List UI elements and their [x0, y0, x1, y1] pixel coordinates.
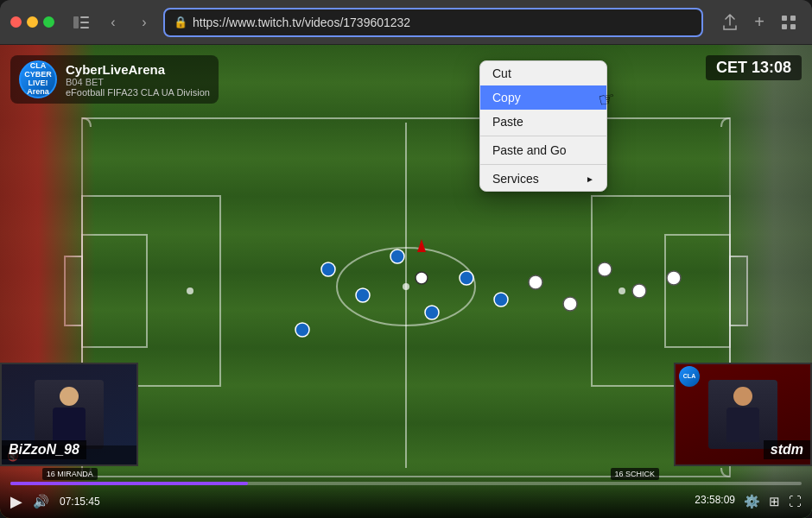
address-bar[interactable]: 🔒 https://www.twitch.tv/videos/173960123…: [163, 8, 703, 37]
services-label: Services: [492, 172, 539, 186]
marker-right: 16 SCHICK: [611, 468, 660, 480]
svg-rect-0: [73, 16, 79, 28]
progress-fill: [10, 482, 248, 485]
svg-rect-3: [80, 27, 89, 28]
svg-point-27: [529, 275, 542, 289]
svg-point-26: [295, 323, 309, 337]
svg-point-20: [321, 262, 335, 276]
video-area[interactable]: CLACYBERLIVE!Arena CyberLiveArena B04 BE…: [0, 45, 812, 518]
svg-point-22: [390, 250, 404, 263]
forward-button[interactable]: ›: [132, 10, 156, 35]
paste-and-go-label: Paste and Go: [492, 143, 567, 157]
svg-point-29: [598, 262, 612, 276]
controls-right: 23:58:09 ⚙️ ⊞ ⛶: [695, 494, 802, 509]
svg-point-24: [460, 271, 473, 285]
svg-marker-33: [417, 239, 426, 252]
menu-separator: [480, 136, 606, 136]
settings-button[interactable]: ⚙️: [744, 494, 760, 509]
svg-point-32: [416, 272, 428, 284]
play-button[interactable]: ▶: [10, 492, 22, 511]
close-button[interactable]: [10, 16, 22, 28]
services-arrow-icon: ►: [586, 174, 594, 184]
menu-item-copy[interactable]: Copy: [480, 85, 606, 110]
minimize-button[interactable]: [27, 16, 38, 28]
channel-game: eFootball FIFA23 CLA UA Division: [66, 87, 210, 98]
svg-rect-5: [790, 16, 796, 21]
svg-point-30: [632, 284, 646, 298]
controls-row: ▶ 🔊 07:15:45 23:58:09 ⚙️ ⊞ ⛶: [10, 492, 802, 511]
svg-rect-6: [782, 24, 787, 29]
volume-button[interactable]: 🔊: [33, 494, 49, 509]
fullscreen-button[interactable]: ⛶: [789, 494, 802, 509]
player-avatar-left: [35, 380, 104, 449]
maximize-button[interactable]: [43, 16, 54, 28]
toolbar-right: +: [717, 10, 802, 35]
browser-window: ‹ › 🔒 https://www.twitch.tv/videos/17396…: [0, 0, 812, 518]
channel-score: B04 BET: [66, 77, 210, 87]
extensions-button[interactable]: [776, 10, 802, 35]
context-menu: Cut Copy Paste Paste and Go Services ►: [479, 60, 607, 192]
sidebar-toggle-button[interactable]: [68, 10, 94, 35]
channel-name: CyberLiveArena: [66, 62, 210, 77]
menu-item-services[interactable]: Services ►: [480, 167, 606, 191]
time-current: 07:15:45: [60, 496, 100, 508]
svg-point-31: [667, 271, 681, 285]
player-name-left: BiZzoN_98: [2, 440, 86, 459]
traffic-lights: [10, 16, 54, 28]
progress-bar[interactable]: 16 MIRANDA 16 SCHICK: [10, 482, 802, 485]
svg-rect-4: [782, 16, 787, 21]
cet-timer: CET 13:08: [706, 55, 802, 80]
menu-item-paste-and-go[interactable]: Paste and Go: [480, 138, 606, 162]
channel-logo: CLACYBERLIVE!Arena: [19, 60, 57, 98]
url-text[interactable]: https://www.twitch.tv/videos/1739601232: [193, 16, 693, 29]
copy-label: Copy: [492, 91, 521, 104]
paste-label: Paste: [492, 115, 523, 129]
marker-left: 16 MIRANDA: [42, 468, 98, 480]
svg-point-28: [563, 297, 577, 311]
cut-label: Cut: [492, 66, 511, 80]
menu-separator-2: [480, 164, 606, 165]
soccer-field: CLACYBERLIVE!Arena CyberLiveArena B04 BE…: [0, 45, 812, 518]
svg-rect-7: [790, 24, 796, 29]
video-controls: 16 MIRANDA 16 SCHICK ▶ 🔊 07:15:45 23:58:…: [0, 470, 812, 518]
back-button[interactable]: ‹: [101, 10, 125, 35]
title-bar: ‹ › 🔒 https://www.twitch.tv/videos/17396…: [0, 0, 812, 45]
svg-point-25: [494, 293, 508, 306]
svg-rect-2: [80, 22, 89, 23]
share-button[interactable]: [717, 10, 743, 35]
channel-details: CyberLiveArena B04 BET eFootball FIFA23 …: [66, 62, 210, 98]
time-total: 23:58:09: [695, 494, 735, 509]
menu-item-paste[interactable]: Paste: [480, 110, 606, 134]
controls-left: ▶ 🔊 07:15:45: [10, 492, 100, 511]
svg-point-23: [425, 306, 439, 319]
svg-rect-1: [80, 16, 89, 18]
player-name-right: stdm: [764, 440, 810, 459]
channel-info: CLACYBERLIVE!Arena CyberLiveArena B04 BE…: [10, 55, 219, 104]
player-avatar-right: [708, 380, 777, 449]
view-button[interactable]: ⊞: [769, 494, 780, 509]
new-tab-button[interactable]: +: [746, 10, 772, 35]
svg-point-21: [356, 288, 370, 302]
menu-item-cut[interactable]: Cut: [480, 61, 606, 85]
security-icon: 🔒: [174, 16, 187, 28]
